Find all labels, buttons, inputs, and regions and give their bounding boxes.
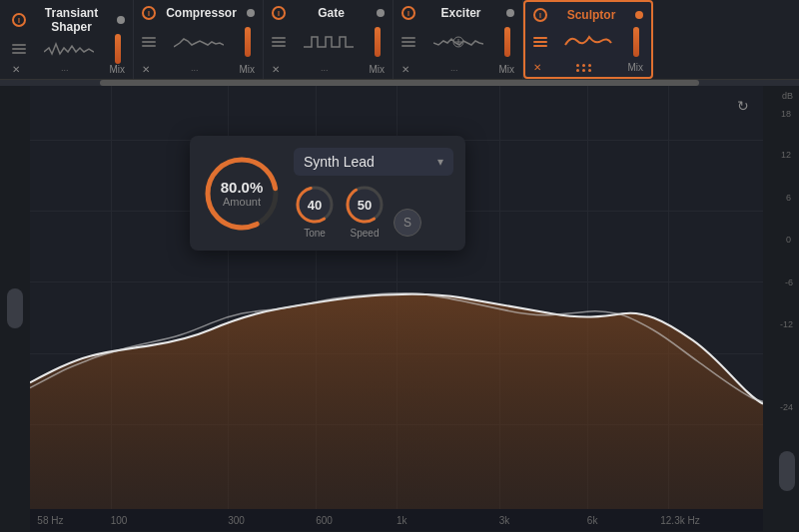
plugin-lines-sculptor	[533, 37, 547, 47]
preset-name: Synth Lead	[304, 154, 375, 170]
plugin-x-comp[interactable]: ✕	[142, 64, 150, 75]
tone-knob-item: 40 Tone	[294, 184, 336, 239]
left-ruler	[0, 86, 30, 531]
amount-knob-text: 80.0% Amount	[221, 179, 264, 208]
plugin-x-transiant[interactable]: ✕	[12, 64, 20, 75]
plugin-bottom-comp: ✕ ··· Mix	[142, 64, 255, 75]
freq-label-3k: 3k	[499, 515, 510, 526]
plugin-bottom-exciter: ✕ ··· Mix	[401, 64, 514, 75]
plugin-dots-gate: ···	[321, 65, 329, 75]
plugin-power-comp[interactable]: I	[142, 6, 156, 20]
plugin-middle-comp	[142, 27, 255, 57]
plugin-lines-comp	[142, 37, 156, 47]
plugin-slot-exciter[interactable]: I Exciter ✕ ··· Mix	[394, 0, 523, 79]
freq-label-58hz: 58 Hz	[37, 515, 63, 526]
plugin-power-sculptor[interactable]: I	[533, 8, 547, 22]
plugin-middle-gate	[272, 27, 385, 57]
plugin-dot-sculptor	[635, 11, 643, 19]
plugin-fader-gate[interactable]	[375, 27, 381, 57]
tone-label: Tone	[304, 228, 326, 239]
speed-knob-item: 50 Speed	[344, 184, 386, 239]
right-ruler: dB 18 12 6 0 -6 -12 -24	[763, 86, 799, 531]
plugin-name-transiant: Transiant Shaper	[26, 6, 117, 34]
freq-bar: 58 Hz 100 300 600 1k 3k 6k 12.3k Hz	[30, 509, 763, 531]
plugin-slot-top-exciter: I Exciter	[401, 6, 514, 20]
plugin-bottom-sculptor: ✕ Mix	[533, 62, 643, 73]
speed-label: Speed	[351, 228, 380, 239]
db-label-minus6: -6	[785, 278, 797, 287]
s-button[interactable]: S	[394, 209, 421, 237]
s-button-item: S	[394, 209, 421, 239]
tone-value: 40	[308, 198, 322, 213]
amount-knob-container: 80.0% Amount	[202, 154, 282, 234]
amount-label: Amount	[221, 196, 264, 208]
plugin-fader-comp[interactable]	[245, 27, 251, 57]
plugin-slot-compressor[interactable]: I Compressor ✕ ··· Mix	[134, 0, 264, 79]
main-content: ↻	[0, 86, 799, 531]
plugin-fader-transiant[interactable]	[115, 34, 121, 64]
plugin-slot-top: I Transiant Shaper	[12, 6, 125, 34]
freq-label-6k: 6k	[587, 515, 598, 526]
plugin-name-exciter: Exciter	[415, 6, 506, 20]
plugin-fader-sculptor[interactable]	[633, 27, 639, 57]
plugin-slot-transiant-shaper[interactable]: I Transiant Shaper ✕ ··· Mix	[4, 0, 134, 79]
plugin-dot-transiant	[117, 16, 125, 24]
db-label-12: 12	[781, 151, 795, 160]
db-label-0: 0	[786, 236, 795, 245]
plugin-mix-comp: Mix	[239, 64, 255, 75]
plugin-fader-exciter[interactable]	[504, 27, 510, 57]
plugin-slot-sculptor[interactable]: I Sculptor ✕ Mix	[523, 0, 653, 79]
plugin-waveform-comp	[160, 31, 237, 53]
plugin-slot-gate[interactable]: I Gate ✕ ··· Mix	[264, 0, 394, 79]
plugin-name-sculptor: Sculptor	[547, 8, 635, 22]
plugin-dots-exciter: ···	[450, 65, 458, 75]
plugin-bottom-gate: ✕ ··· Mix	[272, 64, 385, 75]
plugin-dots-transiant: ···	[61, 65, 69, 75]
plugin-power-exciter[interactable]: I	[401, 6, 415, 20]
db-label-minus12: -12	[780, 320, 797, 329]
eq-display[interactable]: ↻	[30, 86, 763, 531]
plugin-slot-top-comp: I Compressor	[142, 6, 255, 20]
plugin-dot-exciter	[506, 9, 514, 17]
plugin-mix-transiant: Mix	[109, 64, 125, 75]
plugin-middle-sculptor	[533, 27, 643, 57]
plugin-power-transiant[interactable]: I	[12, 13, 26, 27]
small-knobs-row: 40 Tone 50 Speed	[294, 184, 453, 239]
db-label-18: 18	[781, 110, 795, 119]
tone-knob[interactable]: 40	[294, 184, 336, 226]
plugin-power-gate[interactable]: I	[272, 6, 286, 20]
right-ruler-handle[interactable]	[779, 451, 795, 491]
plugin-slot-top-gate: I Gate	[272, 6, 385, 20]
popup-right: Synth Lead ▾ 40 Tone	[294, 148, 453, 239]
plugin-waveform-gate	[290, 31, 367, 53]
plugin-lines-gate	[272, 37, 286, 47]
plugin-mix-sculptor: Mix	[627, 62, 643, 73]
plugin-dot-comp	[247, 9, 255, 17]
freq-label-12khz: 12.3k Hz	[660, 515, 699, 526]
left-ruler-handle[interactable]	[7, 288, 23, 328]
freq-label-100: 100	[111, 515, 128, 526]
freq-label-1k: 1k	[397, 515, 407, 526]
plugin-x-gate[interactable]: ✕	[272, 64, 280, 75]
plugin-waveform-sculptor	[551, 31, 625, 53]
plugin-lines-transiant	[12, 44, 26, 54]
speed-knob[interactable]: 50	[344, 184, 386, 226]
plugin-dots-comp: ···	[191, 65, 199, 75]
freq-label-300: 300	[228, 515, 245, 526]
preset-selector[interactable]: Synth Lead ▾	[294, 148, 453, 176]
s-button-label: S	[403, 216, 411, 230]
plugin-lines-exciter	[401, 37, 415, 47]
amount-value: 80.0%	[221, 179, 264, 196]
db-label-minus24: -24	[780, 403, 797, 412]
plugin-x-sculptor[interactable]: ✕	[533, 62, 541, 73]
freq-label-600: 600	[316, 515, 333, 526]
plugin-mix-exciter: Mix	[498, 64, 514, 75]
plugin-slot-top-sculptor: I Sculptor	[533, 8, 643, 22]
plugin-bottom-transiant: ✕ ··· Mix	[12, 64, 125, 75]
plugin-x-exciter[interactable]: ✕	[401, 64, 409, 75]
plugin-mix-gate: Mix	[369, 64, 385, 75]
popup-panel: 80.0% Amount Synth Lead ▾	[190, 136, 465, 251]
amount-knob[interactable]: 80.0% Amount	[202, 154, 282, 234]
plugin-dots-grid-sculptor	[576, 64, 592, 72]
plugin-name-gate: Gate	[286, 6, 377, 20]
